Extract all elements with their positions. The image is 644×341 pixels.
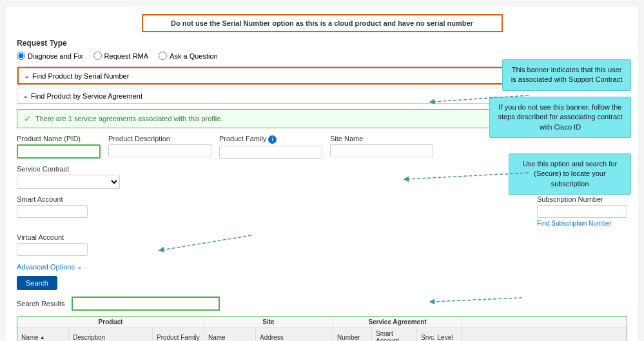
col-address[interactable]: Address	[256, 328, 333, 341]
radio-ask-input[interactable]	[159, 52, 167, 60]
product-name-label: Product Name (PID)	[17, 135, 101, 142]
accordion-serial-label: Find Product by Serial Number	[32, 72, 129, 80]
radio-ask[interactable]: Ask a Question	[159, 52, 218, 60]
checkmark-icon: ✓	[24, 113, 32, 124]
search-button[interactable]: Search	[17, 276, 57, 290]
search-results-label: Search Results	[17, 300, 65, 307]
callout-subscription: Use this option and search for (Secure) …	[509, 153, 631, 195]
radio-ask-label: Ask a Question	[170, 52, 218, 60]
form-row-3: Smart Account Subscription Number Find S…	[17, 195, 627, 227]
request-type-title: Request Type	[17, 39, 627, 48]
virtual-account-input[interactable]	[17, 243, 88, 256]
service-contract-group: Service Contract	[17, 165, 120, 189]
site-section-header: Site	[204, 317, 333, 327]
subscription-input[interactable]	[537, 205, 627, 218]
find-subscription-link[interactable]: Find Subscription Number	[537, 220, 627, 227]
radio-rma-label: Request RMA	[104, 52, 148, 60]
product-name-input[interactable]	[17, 144, 101, 159]
col-smart-account[interactable]: Smart Account	[372, 328, 417, 341]
accordion-service-label: Find Product by Service Agreement	[31, 92, 142, 100]
product-section-header: Product	[17, 317, 204, 327]
radio-rma-input[interactable]	[93, 52, 102, 60]
info-icon[interactable]: i	[268, 135, 277, 144]
success-message: There are 1 service agreements associate…	[35, 115, 222, 122]
chevron-down-icon: ⌄	[24, 72, 30, 80]
advanced-options[interactable]: Advanced Options ⌄	[17, 262, 627, 271]
col-srvc-level[interactable]: Srvc. Level	[417, 328, 462, 341]
callout-no-banner: If you do not see this banner, follow th…	[489, 97, 631, 138]
callout-no-banner-text: If you do not see this banner, follow th…	[498, 103, 622, 131]
service-contract-label: Service Contract	[17, 165, 120, 173]
site-name-label: Site Name	[330, 135, 433, 142]
site-name-group: Site Name	[330, 135, 433, 159]
product-family-group: Product Family i	[219, 135, 322, 159]
smart-account-input[interactable]	[17, 205, 88, 218]
radio-diagnose[interactable]: Diagnose and Fix	[17, 52, 83, 60]
col-description[interactable]: Description	[69, 328, 153, 341]
chevron-down-icon3: ⌄	[77, 262, 83, 271]
smart-account-group: Smart Account	[17, 195, 88, 227]
service-agreement-section-header: Service Agreement	[333, 317, 462, 327]
warning-text-bold: Do not use the Serial Number option as t…	[171, 19, 473, 27]
col-name[interactable]: Name ▲	[17, 328, 69, 341]
col-number[interactable]: Number	[333, 328, 372, 341]
subscription-group: Subscription Number Find Subscription Nu…	[537, 195, 627, 227]
radio-diagnose-input[interactable]	[17, 52, 25, 60]
col-product-family[interactable]: Product Family	[153, 328, 204, 341]
virtual-account-label: Virtual Account	[17, 233, 88, 241]
callout-banner: This banner indicates that this user is …	[502, 59, 631, 91]
site-name-input[interactable]	[330, 144, 433, 157]
search-results-row: Search Results	[17, 297, 627, 311]
radio-rma[interactable]: Request RMA	[93, 52, 148, 60]
product-desc-label: Product Description	[108, 135, 211, 142]
service-contract-select[interactable]	[17, 175, 120, 189]
sort-icon: ▲	[40, 335, 45, 340]
virtual-account-group: Virtual Account	[17, 233, 88, 256]
callout-banner-text: This banner indicates that this user is …	[511, 66, 622, 83]
main-container: Do not use the Serial Number option as t…	[6, 6, 638, 341]
warning-banner: Do not use the Serial Number option as t…	[142, 14, 503, 32]
smart-account-label: Smart Account	[17, 195, 88, 203]
radio-diagnose-label: Diagnose and Fix	[28, 52, 83, 60]
product-family-label: Product Family i	[219, 135, 322, 144]
advanced-options-label: Advanced Options	[17, 263, 75, 271]
subscription-label: Subscription Number	[537, 195, 627, 203]
product-family-input[interactable]	[219, 146, 322, 159]
product-name-group: Product Name (PID)	[17, 135, 101, 159]
product-desc-group: Product Description	[108, 135, 211, 159]
table-section-headers: Product Site Service Agreement	[17, 317, 627, 328]
product-desc-input[interactable]	[108, 144, 211, 157]
chevron-down-icon2: ⌄	[23, 92, 28, 100]
results-table: Product Site Service Agreement Name ▲ De…	[17, 316, 627, 341]
form-row-4: Virtual Account	[17, 233, 627, 256]
callout-subscription-text: Use this option and search for (Secure) …	[523, 160, 617, 188]
search-results-input[interactable]	[72, 297, 220, 311]
col-site-name[interactable]: Name	[204, 328, 256, 341]
table-col-headers: Name ▲ Description Product Family Name A…	[17, 328, 627, 341]
